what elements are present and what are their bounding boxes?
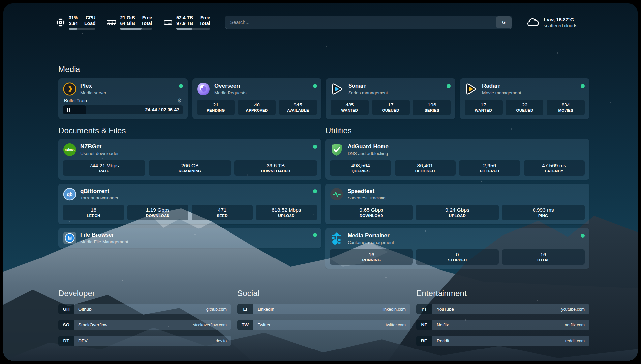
search-input[interactable] bbox=[225, 16, 512, 29]
radarr-icon bbox=[465, 82, 478, 96]
bookmark-abbr: RE bbox=[416, 336, 432, 346]
cpu-value-1: 31% bbox=[69, 15, 78, 20]
service-name: NZBGet bbox=[80, 143, 119, 150]
dashboard-screen: 31% 2.94 CPU Load bbox=[3, 3, 638, 361]
bookmark-reddit[interactable]: RE Reddit reddit.com bbox=[416, 336, 589, 346]
playback-time: 24:44 / 02:06:47 bbox=[145, 107, 179, 112]
nzbget-icon: nzbget bbox=[63, 143, 76, 156]
section-title-entertainment: Entertainment bbox=[416, 289, 589, 298]
service-card-qbittorrent[interactable]: qb qBittorrent Torrent downloader 16LEEC… bbox=[58, 184, 321, 224]
service-name: Radarr bbox=[482, 82, 521, 89]
bookmark-twitter[interactable]: TW Twitter twitter.com bbox=[237, 320, 410, 330]
bookmark-url: twitter.com bbox=[386, 323, 406, 327]
bookmark-name: YouTube bbox=[437, 307, 454, 312]
stat-ping: 0.993 msPING bbox=[502, 205, 585, 220]
bookmark-stackoverflow[interactable]: SO StackOverflow stackoverflow.com bbox=[58, 320, 231, 330]
bookmark-url: youtube.com bbox=[561, 307, 585, 312]
bookmark-group-developer: Developer GH Github github.com SO StackO… bbox=[58, 289, 231, 351]
service-card-filebrowser[interactable]: File Browser Media File Management bbox=[58, 228, 321, 248]
status-dot bbox=[447, 84, 451, 88]
stat-wanted: 485WANTED bbox=[331, 100, 369, 115]
service-card-portainer[interactable]: Media Portainer Container management 16R… bbox=[325, 228, 589, 269]
section-media: Media Plex Media server bbox=[58, 65, 589, 119]
qbittorrent-icon: qb bbox=[63, 188, 76, 201]
service-desc: Media server bbox=[80, 90, 106, 96]
memory-progress-track bbox=[120, 28, 152, 30]
stat-queued: 22QUEUED bbox=[506, 100, 544, 115]
service-card-overseerr[interactable]: Overseerr Media Requests 21PENDING 40APP… bbox=[192, 78, 321, 119]
bookmark-name: StackOverflow bbox=[78, 322, 107, 327]
bookmark-url: netflix.com bbox=[565, 323, 585, 327]
gear-icon[interactable]: ⚙ bbox=[177, 98, 182, 103]
bookmark-youtube[interactable]: YT YouTube youtube.com bbox=[416, 304, 589, 314]
disk-value-1: 52.4 TB bbox=[176, 15, 193, 20]
topbar-divider bbox=[56, 41, 585, 41]
memory-value-1: 21 GiB bbox=[120, 15, 135, 20]
stat-approved: 40APPROVED bbox=[238, 100, 276, 115]
cpu-value-2: 2.94 bbox=[69, 21, 78, 26]
service-name: AdGuard Home bbox=[348, 143, 389, 150]
bookmark-netflix[interactable]: NF Netflix netflix.com bbox=[416, 320, 589, 330]
service-card-sonarr[interactable]: Sonarr Series management 485WANTED 17QUE… bbox=[326, 78, 455, 119]
bookmark-url: reddit.com bbox=[565, 339, 585, 343]
bookmark-name: Twitter bbox=[258, 322, 271, 327]
service-desc: Series management bbox=[348, 90, 388, 96]
stat-series: 196SERIES bbox=[413, 100, 451, 115]
disk-label-1: Free bbox=[200, 15, 210, 20]
weather-location-temp: Lviv, 16.87°C bbox=[544, 16, 577, 23]
adguard-icon bbox=[330, 143, 343, 156]
weather-condition: scattered clouds bbox=[544, 23, 577, 29]
service-card-speedtest[interactable]: Speedtest Speedtest Tracking 9.65 GbpsDO… bbox=[325, 184, 589, 224]
google-search-button[interactable]: G bbox=[496, 16, 512, 28]
stat-upload: 9.24 GbpsUPLOAD bbox=[416, 205, 499, 220]
stat-downloaded: 39.6 TBDOWNLOADED bbox=[234, 160, 317, 176]
bookmark-abbr: YT bbox=[416, 304, 432, 314]
weather-widget[interactable]: Lviv, 16.87°C scattered clouds bbox=[526, 16, 588, 29]
portainer-icon bbox=[330, 232, 343, 245]
section-title-media: Media bbox=[58, 65, 589, 74]
snow-particles bbox=[3, 3, 4, 4]
disk-value-2: 97.9 TB bbox=[176, 21, 193, 26]
status-dot bbox=[581, 234, 585, 238]
service-card-plex[interactable]: Plex Media server Bullet Train ⚙ 24:44 /… bbox=[58, 78, 188, 119]
service-desc: Media File Management bbox=[80, 239, 128, 245]
bookmark-url: github.com bbox=[206, 307, 227, 312]
stat-rate: 744.21 MbpsRATE bbox=[63, 160, 145, 176]
stat-upload: 618.52 MbpsUPLOAD bbox=[256, 205, 317, 220]
section-title-documents: Documents & Files bbox=[58, 126, 321, 135]
service-name: Media Portainer bbox=[348, 232, 394, 239]
memory-icon bbox=[107, 18, 116, 27]
bookmark-linkedin[interactable]: LI LinkedIn linkedin.com bbox=[237, 304, 410, 314]
bookmark-name: Github bbox=[78, 307, 92, 312]
memory-label-2: Total bbox=[141, 21, 152, 26]
bookmark-name: Netflix bbox=[437, 322, 449, 327]
bookmark-abbr: TW bbox=[237, 320, 253, 330]
service-desc: Media Requests bbox=[214, 90, 247, 96]
bookmarks-area: Developer GH Github github.com SO StackO… bbox=[58, 289, 589, 351]
svg-text:qb: qb bbox=[67, 192, 72, 197]
service-card-adguard[interactable]: AdGuard Home DNS and adblocking 498,564Q… bbox=[325, 139, 589, 180]
stat-filtered: 2,956FILTERED bbox=[459, 160, 520, 176]
sonarr-icon bbox=[331, 82, 344, 96]
stat-pending: 21PENDING bbox=[197, 100, 235, 115]
bookmark-abbr: SO bbox=[58, 320, 74, 330]
bookmark-group-entertainment: Entertainment YT YouTube youtube.com NF … bbox=[416, 289, 589, 351]
bookmark-abbr: DT bbox=[58, 336, 74, 346]
stat-blocked: 86,401BLOCKED bbox=[395, 160, 456, 176]
bookmark-dev[interactable]: DT DEV dev.to bbox=[58, 336, 231, 346]
stat-available: 945AVAILABLE bbox=[279, 100, 317, 115]
status-dot bbox=[313, 145, 317, 149]
section-documents: Documents & Files nzbget NZBGet Usenet d… bbox=[58, 126, 321, 248]
cpu-icon bbox=[56, 18, 65, 27]
cpu-label-1: CPU bbox=[86, 15, 96, 20]
stat-download: 9.65 GbpsDOWNLOAD bbox=[330, 205, 413, 220]
service-card-radarr[interactable]: Radarr Movie management 17WANTED 22QUEUE… bbox=[460, 78, 589, 119]
service-name: Plex bbox=[80, 82, 106, 89]
bookmark-abbr: LI bbox=[237, 304, 253, 314]
cpu-label-2: Load bbox=[84, 21, 95, 26]
service-card-nzbget[interactable]: nzbget NZBGet Usenet downloader 744.21 M… bbox=[58, 139, 321, 180]
status-dot bbox=[313, 233, 317, 237]
bookmark-github[interactable]: GH Github github.com bbox=[58, 304, 231, 314]
memory-stat: 21 GiB 64 GiB Free Total bbox=[107, 15, 152, 30]
bookmark-abbr: GH bbox=[58, 304, 74, 314]
